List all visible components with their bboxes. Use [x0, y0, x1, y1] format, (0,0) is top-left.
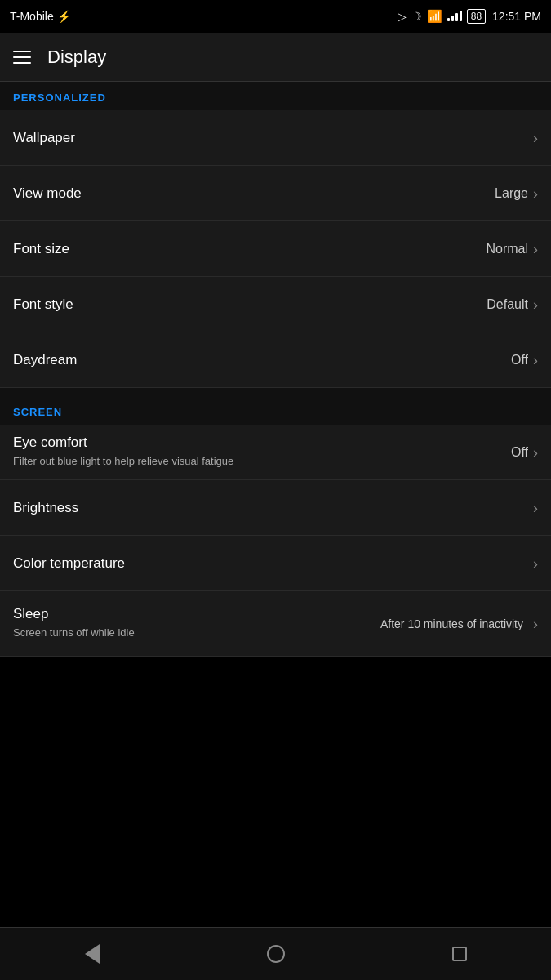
- app-header: Display: [0, 33, 551, 82]
- nav-recent-button[interactable]: [435, 938, 484, 970]
- status-bar: T-Mobile ⚡ ▷ ☽ 📶 88 12:51 PM: [0, 0, 551, 33]
- battery-level: 88: [471, 11, 482, 22]
- hamburger-line-3: [13, 62, 31, 64]
- wallpaper-chevron: ›: [533, 131, 538, 145]
- signal-bar-1: [447, 18, 450, 21]
- signal-bar-3: [455, 13, 458, 21]
- setting-row-daydream[interactable]: Daydream Off ›: [0, 332, 551, 388]
- signal-icon: [447, 10, 462, 24]
- hamburger-line-2: [13, 56, 31, 58]
- font-size-value: Normal: [486, 242, 528, 256]
- recent-icon: [452, 947, 467, 961]
- section-divider: [0, 388, 551, 396]
- home-icon: [267, 945, 285, 963]
- eye-comfort-chevron: ›: [533, 445, 538, 460]
- view-mode-chevron: ›: [533, 186, 538, 201]
- nav-back-button[interactable]: [68, 938, 117, 970]
- font-style-chevron: ›: [533, 297, 538, 312]
- personalized-settings-list: Wallpaper › View mode Large › Font size …: [0, 110, 551, 388]
- setting-row-font-size[interactable]: Font size Normal ›: [0, 221, 551, 277]
- font-style-value: Default: [487, 297, 528, 312]
- eye-comfort-subtitle: Filter out blue light to help relieve vi…: [13, 454, 323, 469]
- daydream-title: Daydream: [13, 352, 511, 368]
- setting-row-view-mode[interactable]: View mode Large ›: [0, 166, 551, 221]
- view-mode-value: Large: [495, 186, 528, 201]
- screen-settings-list: Eye comfort Filter out blue light to hel…: [0, 425, 551, 657]
- page-title: Display: [47, 47, 106, 68]
- view-mode-title: View mode: [13, 185, 495, 202]
- back-icon: [85, 944, 100, 964]
- wallpaper-title: Wallpaper: [13, 130, 533, 146]
- carrier-info: T-Mobile ⚡: [10, 10, 71, 23]
- font-style-title: Font style: [13, 296, 487, 313]
- status-time: 12:51 PM: [492, 10, 541, 23]
- setting-row-eye-comfort[interactable]: Eye comfort Filter out blue light to hel…: [0, 425, 551, 480]
- color-temperature-chevron: ›: [533, 556, 538, 571]
- font-size-title: Font size: [13, 241, 486, 257]
- bottom-navigation: [0, 927, 551, 980]
- color-temperature-title: Color temperature: [13, 555, 533, 572]
- font-size-chevron: ›: [533, 242, 538, 256]
- moon-icon: ☽: [411, 10, 422, 23]
- daydream-chevron: ›: [533, 353, 538, 368]
- brightness-chevron: ›: [533, 501, 538, 515]
- setting-row-font-style[interactable]: Font style Default ›: [0, 277, 551, 332]
- daydream-value: Off: [511, 353, 528, 368]
- sleep-chevron: ›: [533, 617, 538, 631]
- section-header-personalized: PERSONALIZED: [0, 82, 551, 110]
- bluetooth-icon: ▷: [398, 10, 407, 23]
- hamburger-line-1: [13, 51, 31, 52]
- sleep-subtitle: Screen turns off while idle: [13, 626, 323, 640]
- setting-row-brightness[interactable]: Brightness ›: [0, 480, 551, 536]
- sleep-title: Sleep: [13, 606, 380, 622]
- brightness-title: Brightness: [13, 500, 533, 516]
- lightning-icon: ⚡: [57, 10, 71, 23]
- signal-bar-4: [460, 11, 462, 21]
- wifi-icon: 📶: [427, 9, 442, 24]
- setting-row-sleep[interactable]: Sleep Screen turns off while idle After …: [0, 591, 551, 657]
- hamburger-menu[interactable]: [13, 51, 31, 64]
- sleep-value: After 10 minutes of inactivity: [380, 617, 523, 630]
- carrier-name: T-Mobile: [10, 10, 54, 23]
- status-icons: ▷ ☽ 📶 88 12:51 PM: [398, 9, 541, 24]
- section-header-screen: SCREEN: [0, 396, 551, 425]
- eye-comfort-value: Off: [511, 445, 528, 460]
- setting-row-color-temperature[interactable]: Color temperature ›: [0, 536, 551, 591]
- setting-row-wallpaper[interactable]: Wallpaper ›: [0, 110, 551, 166]
- main-content: PERSONALIZED Wallpaper › View mode Large…: [0, 82, 551, 714]
- signal-bar-2: [451, 16, 454, 21]
- signal-bars: [447, 10, 462, 21]
- eye-comfort-title: Eye comfort: [13, 434, 511, 451]
- nav-home-button[interactable]: [251, 938, 300, 970]
- battery-icon: 88: [467, 9, 486, 24]
